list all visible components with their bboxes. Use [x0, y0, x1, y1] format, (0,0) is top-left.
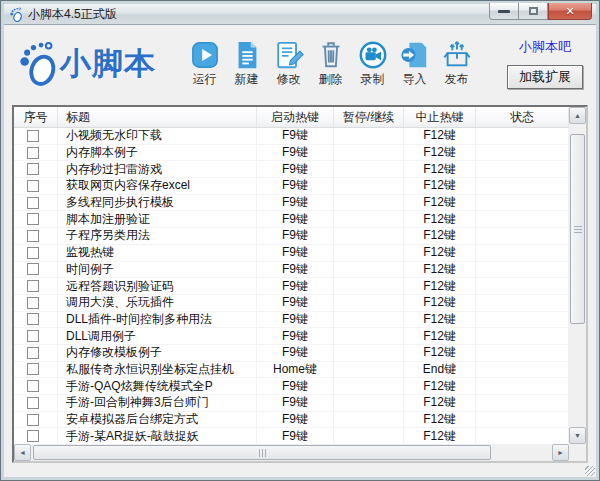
scroll-down-button[interactable]: ▼ [569, 427, 586, 444]
top-bar: 小脚本 运行 [4, 25, 596, 102]
row-checkbox[interactable] [27, 230, 39, 242]
row-status [476, 178, 569, 194]
table-row[interactable]: DLL调用例子 F9键 F12键 [14, 328, 569, 345]
row-stop-hotkey: F12键 [404, 412, 476, 428]
header-status[interactable]: 状态 [476, 107, 569, 127]
new-button[interactable]: 新建 [227, 40, 266, 88]
row-checkbox[interactable] [27, 180, 39, 192]
header-stop-hotkey[interactable]: 中止热键 [404, 107, 476, 127]
run-button[interactable]: 运行 [185, 40, 224, 88]
row-title: 获取网页内容保存excel [58, 178, 257, 194]
table-row[interactable]: 手游-某AR捉妖-敲鼓捉妖 F9键 F12键 [14, 428, 569, 445]
row-start-hotkey: F9键 [257, 278, 334, 294]
minimize-button[interactable] [489, 3, 519, 20]
horizontal-scrollbar[interactable]: ◄ ► [14, 444, 569, 461]
row-status [476, 161, 569, 177]
row-start-hotkey: F9键 [257, 195, 334, 211]
row-pause-hotkey [334, 161, 404, 177]
scroll-up-button[interactable]: ▲ [569, 107, 586, 124]
row-status [476, 412, 569, 428]
row-checkbox[interactable] [27, 247, 39, 259]
row-title: 手游-回合制神舞3后台师门 [58, 395, 257, 411]
table-row[interactable]: 手游-回合制神舞3后台师门 F9键 F12键 [14, 395, 569, 412]
edit-icon [274, 40, 304, 70]
row-checkbox[interactable] [27, 380, 39, 392]
app-logo: 小脚本 [14, 40, 179, 88]
scroll-left-button[interactable]: ◄ [14, 444, 31, 461]
row-start-hotkey: F9键 [257, 312, 334, 328]
header-title[interactable]: 标题 [58, 107, 257, 127]
row-stop-hotkey: F12键 [404, 328, 476, 344]
row-title: 远程答题识别验证码 [58, 278, 257, 294]
row-checkbox[interactable] [27, 363, 39, 375]
row-pause-hotkey [334, 362, 404, 378]
resize-grip[interactable] [585, 466, 595, 476]
close-button[interactable]: ✕ [548, 3, 592, 20]
table-row[interactable]: 内存脚本例子 F9键 F12键 [14, 145, 569, 162]
table-row[interactable]: 内存秒过扫雷游戏 F9键 F12键 [14, 161, 569, 178]
table-row[interactable]: DLL插件-时间控制多种用法 F9键 F12键 [14, 312, 569, 329]
row-stop-hotkey: F12键 [404, 195, 476, 211]
row-checkbox[interactable] [27, 347, 39, 359]
table-row[interactable]: 远程答题识别验证码 F9键 F12键 [14, 278, 569, 295]
row-status [476, 245, 569, 261]
row-stop-hotkey: F12键 [404, 262, 476, 278]
edit-button[interactable]: 修改 [269, 40, 308, 88]
row-checkbox[interactable] [27, 163, 39, 175]
vertical-scrollbar[interactable]: ▲ ▼ [569, 107, 586, 444]
table-row[interactable]: 子程序另类用法 F9键 F12键 [14, 228, 569, 245]
delete-button[interactable]: 删除 [311, 40, 350, 88]
row-stop-hotkey: F12键 [404, 295, 476, 311]
row-stop-hotkey: F12键 [404, 128, 476, 144]
scroll-right-button[interactable]: ► [552, 444, 569, 461]
row-status [476, 295, 569, 311]
row-checkbox[interactable] [27, 414, 39, 426]
table-row[interactable]: 监视热键 F9键 F12键 [14, 245, 569, 262]
row-start-hotkey: F9键 [257, 245, 334, 261]
import-button[interactable]: 导入 [395, 40, 434, 88]
table-row[interactable]: 时间例子 F9键 F12键 [14, 262, 569, 279]
record-button[interactable]: 录制 [353, 40, 392, 88]
row-title: 私服传奇永恒识别坐标定点挂机 [58, 362, 257, 378]
table-row[interactable]: 手游-QAQ炫舞传统模式全P F9键 F12键 [14, 378, 569, 395]
table-row[interactable]: 私服传奇永恒识别坐标定点挂机 Home键 End键 [14, 362, 569, 379]
row-start-hotkey: F9键 [257, 262, 334, 278]
table-row[interactable]: 安卓模拟器后台绑定方式 F9键 F12键 [14, 412, 569, 429]
table-row[interactable]: 获取网页内容保存excel F9键 F12键 [14, 178, 569, 195]
header-seq[interactable]: 序号 [14, 107, 58, 127]
row-checkbox[interactable] [27, 197, 39, 209]
row-checkbox[interactable] [27, 330, 39, 342]
table-row[interactable]: 内存修改模板例子 F9键 F12键 [14, 345, 569, 362]
horizontal-scroll-thumb[interactable] [33, 445, 491, 460]
tool-label: 运行 [193, 71, 217, 88]
row-stop-hotkey: F12键 [404, 245, 476, 261]
table-row[interactable]: 调用大漠、乐玩插件 F9键 F12键 [14, 295, 569, 312]
publish-icon [442, 40, 472, 70]
row-checkbox[interactable] [27, 213, 39, 225]
row-status [476, 145, 569, 161]
forum-link[interactable]: 小脚本吧 [519, 38, 571, 56]
load-extension-button[interactable]: 加载扩展 [507, 65, 583, 89]
row-checkbox[interactable] [27, 397, 39, 409]
row-stop-hotkey: F12键 [404, 312, 476, 328]
row-status [476, 228, 569, 244]
header-pause-hotkey[interactable]: 暂停/继续 [334, 107, 404, 127]
row-checkbox[interactable] [27, 297, 39, 309]
row-pause-hotkey [334, 245, 404, 261]
row-start-hotkey: F9键 [257, 178, 334, 194]
table-row[interactable]: 脚本加注册验证 F9键 F12键 [14, 211, 569, 228]
row-checkbox[interactable] [27, 430, 39, 442]
row-checkbox[interactable] [27, 147, 39, 159]
table-row[interactable]: 小视频无水印下载 F9键 F12键 [14, 128, 569, 145]
close-icon: ✕ [565, 5, 574, 18]
header-start-hotkey[interactable]: 启动热键 [257, 107, 334, 127]
maximize-button[interactable] [519, 3, 548, 20]
table-row[interactable]: 多线程同步执行模板 F9键 F12键 [14, 195, 569, 212]
row-checkbox[interactable] [27, 263, 39, 275]
import-icon [400, 40, 430, 70]
vertical-scroll-thumb[interactable] [570, 134, 585, 324]
row-checkbox[interactable] [27, 313, 39, 325]
row-checkbox[interactable] [27, 280, 39, 292]
publish-button[interactable]: 发布 [437, 40, 476, 88]
row-checkbox[interactable] [27, 130, 39, 142]
